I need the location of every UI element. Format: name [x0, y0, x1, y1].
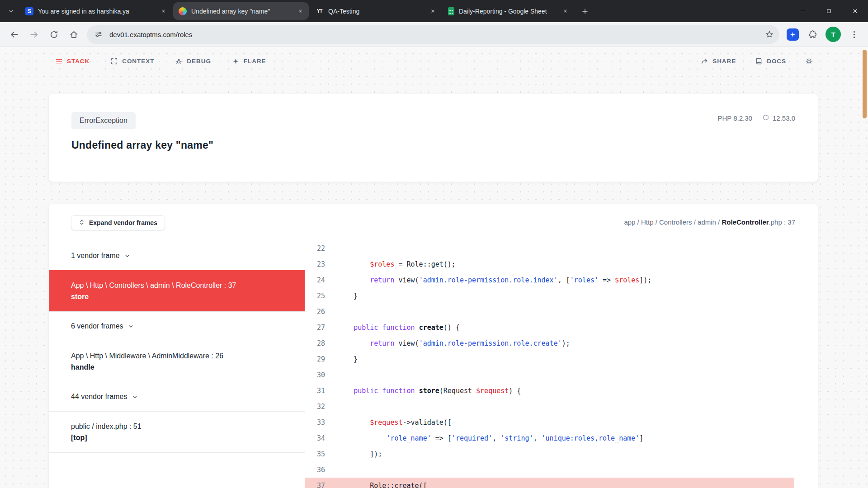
code-line-33: 33 $request->validate([: [305, 414, 818, 430]
tab-daily-reporting[interactable]: Daily-Reporting - Google Sheet: [443, 2, 574, 20]
nav-action-share[interactable]: SHARE: [701, 57, 736, 65]
browser-window: SYou are signed in as harshika.yaUndefin…: [0, 0, 868, 47]
tab-close-button[interactable]: [159, 7, 167, 15]
vendor-frames-label: 1 vendor frame: [71, 252, 120, 260]
line-number: 31: [305, 387, 325, 395]
scrollbar-thumb[interactable]: [863, 50, 867, 118]
profile-avatar[interactable]: T: [826, 27, 841, 42]
tabs-container: SYou are signed in as harshika.yaUndefin…: [20, 0, 574, 22]
nav-item-context[interactable]: CONTEXT: [110, 57, 154, 65]
nav-item-label: FLARE: [244, 58, 266, 65]
home-button[interactable]: [64, 25, 83, 44]
code-line-31: 31 public function store(Request $reques…: [305, 383, 818, 399]
nav-item-stack[interactable]: STACK: [55, 57, 90, 65]
line-content: return view('admin.role-permission.role.…: [337, 276, 651, 284]
url-text[interactable]: dev01.exatoptms.com/roles: [109, 31, 762, 38]
back-button[interactable]: [5, 25, 24, 44]
tab-strip: SYou are signed in as harshika.yaUndefin…: [0, 0, 868, 22]
breadcrumb-separator: /: [635, 218, 641, 226]
line-number: 22: [305, 244, 325, 253]
stack-frame-active[interactable]: App \ Http \ Controllers \ admin \ RoleC…: [49, 270, 305, 311]
nav-item-flare[interactable]: FLARE: [232, 57, 266, 65]
reload-button[interactable]: [44, 25, 63, 44]
expand-row: Expand vendor frames: [49, 204, 305, 241]
nav-item-debug[interactable]: DEBUG: [175, 57, 211, 65]
reload-icon: [49, 30, 59, 39]
line-number: 33: [305, 418, 325, 427]
vendor-frames-label: 6 vendor frames: [71, 322, 123, 330]
address-bar[interactable]: dev01.exatoptms.com/roles: [87, 25, 779, 44]
code-line-29: 29 }: [305, 351, 818, 367]
settings-button[interactable]: [805, 57, 813, 65]
vendor-frames-toggle[interactable]: 1 vendor frame: [49, 241, 305, 270]
expand-vendor-frames-button[interactable]: Expand vendor frames: [71, 215, 165, 230]
code-line-36: 36: [305, 462, 818, 478]
breadcrumb-dir: app: [624, 218, 635, 226]
chevron-down-icon: [132, 394, 138, 400]
line-content: }: [337, 292, 358, 300]
tab-title: You are signed in as harshika.ya: [38, 8, 155, 15]
line-content: $request->validate([: [337, 418, 452, 427]
line-number: 37: [305, 482, 325, 488]
tab-error-page[interactable]: Undefined array key "name": [173, 2, 309, 20]
code-line-28: 28 return view('admin.role-permission.ro…: [305, 335, 818, 351]
extension-blue-button[interactable]: [783, 25, 802, 44]
content-container: ErrorException Undefined array key "name…: [49, 94, 818, 488]
nav-item-label: DOCS: [767, 58, 786, 65]
error-card: ErrorException Undefined array key "name…: [49, 94, 818, 182]
frame-method: handle: [71, 362, 283, 372]
min-icon: [799, 8, 806, 14]
bookmark-button[interactable]: [762, 27, 777, 42]
tab-close-button[interactable]: [429, 7, 437, 15]
line-content: $roles = Role::get();: [337, 260, 456, 268]
close-icon: [563, 9, 568, 14]
site-info-button[interactable]: [91, 27, 106, 42]
code-line-22: 22: [305, 240, 818, 256]
line-content: Role::create([: [337, 482, 427, 488]
stack-frame[interactable]: App \ Http \ Middleware \ AdminMiddlewar…: [49, 341, 305, 382]
kebab-icon: [849, 30, 859, 39]
line-content: public function create() {: [337, 324, 460, 332]
laravel-icon: [762, 114, 769, 121]
tab-search-button[interactable]: [4, 4, 18, 19]
close-button[interactable]: [842, 0, 868, 22]
maximize-button[interactable]: [816, 0, 842, 22]
share-icon: [701, 57, 708, 65]
debug-icon: [175, 57, 183, 65]
tab-qa-testing[interactable]: YTQA-Testing: [310, 2, 441, 20]
tab-close-button[interactable]: [561, 7, 569, 15]
forward-button[interactable]: [24, 25, 43, 44]
tab-signed-in-notice[interactable]: SYou are signed in as harshika.ya: [20, 2, 172, 20]
minimize-button[interactable]: [789, 0, 816, 22]
nav-item-label: STACK: [67, 58, 90, 65]
yt-favicon: YT: [316, 7, 324, 15]
tab-close-button[interactable]: [296, 7, 304, 15]
puzzle-icon: [808, 30, 817, 39]
max-icon: [826, 8, 832, 14]
close-icon: [852, 8, 859, 14]
close-icon: [161, 9, 166, 14]
frame-method: store: [71, 291, 283, 302]
stack-frame[interactable]: public / index.php : 51[top]: [49, 411, 305, 452]
stack-trace-card: Expand vendor frames 1 vendor frameApp \…: [49, 204, 818, 488]
home-icon: [69, 30, 79, 39]
back-icon: [9, 30, 19, 39]
line-number: 29: [305, 355, 325, 363]
docs-icon: [755, 57, 763, 65]
nav-action-docs[interactable]: DOCS: [755, 57, 786, 65]
forward-icon: [29, 30, 39, 39]
page-scrollbar[interactable]: [861, 47, 868, 488]
vendor-frames-toggle[interactable]: 44 vendor frames: [49, 382, 305, 411]
code-line-23: 23 $roles = Role::get();: [305, 256, 818, 272]
frame-path: App \ Http \ Middleware \ AdminMiddlewar…: [71, 351, 283, 361]
line-number: 30: [305, 371, 325, 379]
extensions-button[interactable]: [803, 25, 822, 44]
laravel-version: 12.53.0: [773, 114, 795, 122]
menu-button[interactable]: [844, 25, 863, 44]
stack-frames-panel: Expand vendor frames 1 vendor frameApp \…: [49, 204, 305, 488]
new-tab-button[interactable]: [577, 4, 593, 19]
vendor-frames-toggle[interactable]: 6 vendor frames: [49, 311, 305, 341]
unfold-icon: [79, 219, 85, 225]
frame-list: 1 vendor frameApp \ Http \ Controllers \…: [49, 241, 305, 453]
code-viewer: 2223 $roles = Role::get();24 return view…: [305, 240, 818, 488]
